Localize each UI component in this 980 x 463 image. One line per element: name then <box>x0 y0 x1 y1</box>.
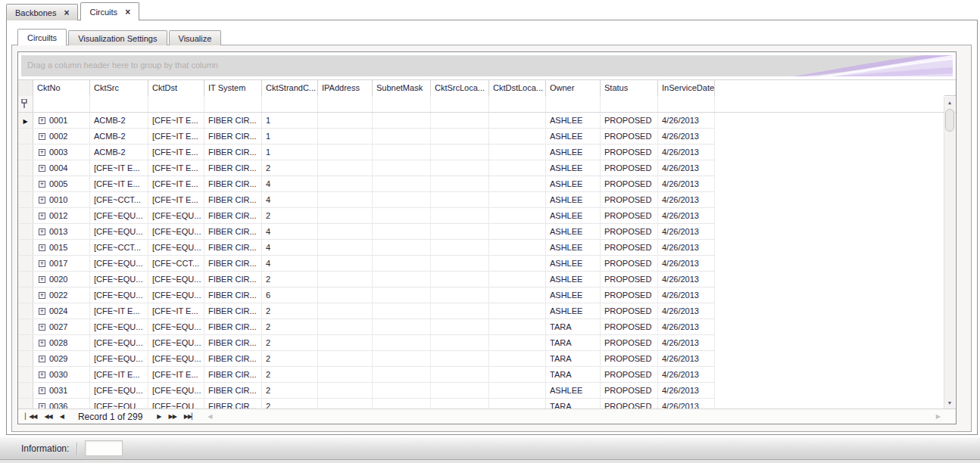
cell-it-system[interactable]: FIBER CIR... <box>204 144 262 160</box>
cell-cktdstloca[interactable] <box>489 240 546 255</box>
expand-row-icon[interactable]: + <box>39 324 45 331</box>
cell-inservicedate[interactable]: 4/26/2013 <box>658 176 715 191</box>
cell-cktsrc[interactable]: [CFE~EQU... <box>90 272 148 287</box>
cell-cktstrandc[interactable]: 4 <box>262 256 318 271</box>
cell-cktdstloca[interactable] <box>489 272 546 287</box>
filter-cell-cktsrc[interactable] <box>90 96 148 112</box>
table-row[interactable]: +0036[CFE~EQU...[CFE~EQU...FIBER CIR...2… <box>18 399 715 409</box>
cell-cktsrcloca[interactable] <box>431 256 489 271</box>
cell-cktno[interactable]: +0031 <box>33 383 90 398</box>
cell-inservicedate[interactable]: 4/26/2013 <box>658 129 715 144</box>
cell-cktno[interactable]: +0010 <box>33 192 90 207</box>
cell-ipaddress[interactable] <box>318 240 373 255</box>
cell-inservicedate[interactable]: 4/26/2013 <box>658 272 715 287</box>
cell-cktsrcloca[interactable] <box>431 160 489 176</box>
cell-cktstrandc[interactable]: 1 <box>262 113 318 128</box>
cell-owner[interactable]: ASHLEE <box>546 160 601 176</box>
table-row[interactable]: +0005[CFE~IT E...[CFE~IT E...FIBER CIR..… <box>18 176 715 192</box>
hscroll-left-icon[interactable]: ◀ <box>204 409 215 424</box>
column-header-ipaddress[interactable]: IPAddress <box>318 80 373 96</box>
cell-cktsrc[interactable]: [CFE~EQU... <box>90 224 148 239</box>
cell-status[interactable]: PROPOSED <box>601 224 658 239</box>
cell-cktdstloca[interactable] <box>489 335 546 350</box>
cell-subnetmask[interactable] <box>373 224 431 239</box>
table-row[interactable]: +0020[CFE~EQU...[CFE~EQU...FIBER CIR...2… <box>18 272 715 287</box>
cell-cktsrc[interactable]: [CFE~CCT... <box>90 240 148 255</box>
scroll-up-icon[interactable]: ▲ <box>944 97 955 108</box>
cell-cktdst[interactable]: [CFE~IT E... <box>148 160 204 176</box>
cell-ipaddress[interactable] <box>318 287 373 303</box>
cell-it-system[interactable]: FIBER CIR... <box>204 160 262 176</box>
cell-cktno[interactable]: +0005 <box>33 176 90 191</box>
cell-owner[interactable]: ASHLEE <box>546 383 601 398</box>
cell-status[interactable]: PROPOSED <box>601 303 658 319</box>
cell-inservicedate[interactable]: 4/26/2013 <box>658 335 715 350</box>
column-header-subnetmask[interactable]: SubnetMask <box>373 80 431 96</box>
column-header-cktstrandc[interactable]: CktStrandC... <box>262 80 318 96</box>
cell-cktstrandc[interactable]: 4 <box>262 240 318 255</box>
information-field[interactable] <box>85 440 123 456</box>
cell-subnetmask[interactable] <box>373 208 431 223</box>
cell-status[interactable]: PROPOSED <box>601 129 658 144</box>
filter-cell-status[interactable] <box>601 96 658 112</box>
cell-cktsrc[interactable]: ACMB-2 <box>90 144 148 160</box>
cell-cktsrc[interactable]: [CFE~EQU... <box>90 335 148 350</box>
expand-row-icon[interactable]: + <box>39 260 45 267</box>
expand-row-icon[interactable]: + <box>39 308 45 315</box>
cell-it-system[interactable]: FIBER CIR... <box>204 224 262 239</box>
table-row[interactable]: +0017[CFE~EQU...[CFE~CCT...FIBER CIR...4… <box>18 256 715 272</box>
cell-cktstrandc[interactable]: 2 <box>262 351 318 366</box>
vertical-scrollbar[interactable]: ▲ ▼ <box>944 97 955 409</box>
cell-subnetmask[interactable] <box>373 303 431 319</box>
cell-cktdstloca[interactable] <box>489 319 546 334</box>
cell-owner[interactable]: TARA <box>546 351 601 366</box>
cell-it-system[interactable]: FIBER CIR... <box>204 272 262 287</box>
cell-cktsrc[interactable]: [CFE~IT E... <box>90 303 148 319</box>
cell-inservicedate[interactable]: 4/26/2013 <box>658 319 715 334</box>
cell-inservicedate[interactable]: 4/26/2013 <box>658 113 715 128</box>
cell-cktsrcloca[interactable] <box>431 351 489 366</box>
cell-status[interactable]: PROPOSED <box>601 113 658 128</box>
cell-cktsrc[interactable]: ACMB-2 <box>90 129 148 144</box>
cell-cktdst[interactable]: [CFE~IT E... <box>148 367 204 382</box>
tab-backbones[interactable]: Backbones × <box>6 4 78 20</box>
cell-subnetmask[interactable] <box>373 335 431 350</box>
cell-cktsrcloca[interactable] <box>431 367 489 382</box>
cell-cktdstloca[interactable] <box>489 176 546 191</box>
cell-cktno[interactable]: +0024 <box>33 303 90 319</box>
cell-cktno[interactable]: +0036 <box>33 399 90 409</box>
cell-cktdst[interactable]: [CFE~EQU... <box>148 224 204 239</box>
table-row[interactable]: +0028[CFE~EQU...[CFE~EQU...FIBER CIR...2… <box>18 335 715 351</box>
column-header-it-system[interactable]: IT System <box>204 80 262 96</box>
cell-cktsrc[interactable]: [CFE~IT E... <box>90 367 148 382</box>
cell-cktstrandc[interactable]: 2 <box>262 335 318 350</box>
cell-owner[interactable]: TARA <box>546 335 601 350</box>
cell-owner[interactable]: TARA <box>546 367 601 382</box>
cell-cktdstloca[interactable] <box>489 383 546 398</box>
cell-cktstrandc[interactable]: 2 <box>262 303 318 319</box>
cell-cktsrcloca[interactable] <box>431 224 489 239</box>
cell-ipaddress[interactable] <box>318 303 373 319</box>
cell-subnetmask[interactable] <box>373 367 431 382</box>
cell-inservicedate[interactable]: 4/26/2013 <box>658 351 715 366</box>
cell-cktstrandc[interactable]: 4 <box>262 224 318 239</box>
cell-cktno[interactable]: +0015 <box>33 240 90 255</box>
filter-cell-inservicedate[interactable] <box>658 96 715 112</box>
cell-cktdst[interactable]: [CFE~EQU... <box>148 208 204 223</box>
expand-row-icon[interactable]: + <box>39 276 45 283</box>
filter-cell-subnetmask[interactable] <box>373 96 431 112</box>
cell-cktdstloca[interactable] <box>489 224 546 239</box>
cell-ipaddress[interactable] <box>318 160 373 176</box>
cell-subnetmask[interactable] <box>373 287 431 303</box>
cell-status[interactable]: PROPOSED <box>601 272 658 287</box>
cell-cktstrandc[interactable]: 2 <box>262 208 318 223</box>
cell-ipaddress[interactable] <box>318 192 373 207</box>
table-row[interactable]: +0030[CFE~IT E...[CFE~IT E...FIBER CIR..… <box>18 367 715 383</box>
cell-cktno[interactable]: +0028 <box>33 335 90 350</box>
expand-row-icon[interactable]: + <box>39 371 45 378</box>
cell-owner[interactable]: ASHLEE <box>546 256 601 271</box>
cell-cktdstloca[interactable] <box>489 113 546 128</box>
tab-circuilts[interactable]: Circuilts <box>17 29 67 45</box>
cell-cktsrc[interactable]: [CFE~EQU... <box>90 351 148 366</box>
cell-cktno[interactable]: +0029 <box>33 351 90 366</box>
